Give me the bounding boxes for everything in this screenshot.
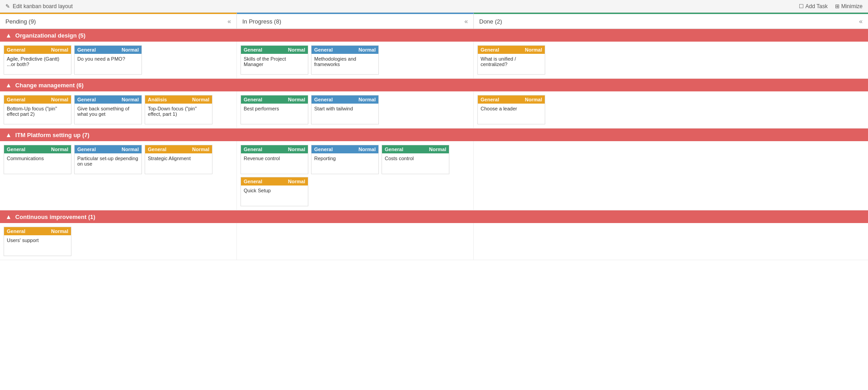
minimize-icon: ⊞	[835, 3, 840, 10]
card-header: GeneralNormal	[4, 95, 71, 104]
card-priority: Normal	[359, 147, 376, 152]
done-column-header: Done (2) «	[474, 13, 868, 29]
card-priority: Normal	[359, 97, 376, 102]
card-header: GeneralNormal	[241, 46, 308, 54]
done-area: GeneralNormalChoose a leader	[474, 91, 868, 128]
task-card[interactable]: GeneralNormalMethodologies and framework…	[311, 45, 379, 75]
card-priority: Normal	[359, 47, 376, 52]
card-priority: Normal	[192, 147, 209, 152]
task-card[interactable]: GeneralNormalCosts control	[382, 145, 449, 174]
task-card[interactable]: GeneralNormalReporting	[311, 145, 379, 174]
card-header: GeneralNormal	[241, 177, 308, 185]
task-card[interactable]: GeneralNormalCommunications	[4, 145, 71, 174]
card-header: GeneralNormal	[478, 95, 545, 104]
card-body: What is unified / centralized?	[478, 54, 545, 74]
card-priority: Normal	[525, 47, 542, 52]
section-collapse-arrow[interactable]: ▲	[5, 81, 12, 89]
card-category: General	[77, 47, 96, 52]
inprogress-area: GeneralNormalRevenue controlGeneralNorma…	[237, 141, 474, 210]
pending-collapse-btn[interactable]: «	[227, 18, 231, 25]
task-card[interactable]: GeneralNormalStart with tailwind	[311, 95, 379, 124]
card-header: GeneralNormal	[4, 227, 71, 235]
task-card[interactable]: GeneralNormalChoose a leader	[477, 95, 545, 124]
card-priority: Normal	[122, 97, 139, 102]
done-area	[474, 223, 868, 260]
card-header: GeneralNormal	[75, 95, 142, 104]
card-category: General	[314, 47, 333, 52]
task-card[interactable]: GeneralNormalStrategic Alignment	[145, 145, 212, 174]
section-collapse-arrow[interactable]: ▲	[5, 213, 12, 220]
top-bar: ✎ Edit kanban board layout ☐ Add Task ⊞ …	[0, 0, 868, 13]
card-body: Reporting	[311, 153, 378, 174]
task-card[interactable]: GeneralNormalWhat is unified / centraliz…	[477, 45, 545, 75]
done-collapse-btn[interactable]: «	[859, 18, 863, 25]
card-body: Particular set-up depending on use	[75, 153, 142, 174]
card-header: GeneralNormal	[241, 145, 308, 153]
pending-area: GeneralNormalAgile, Predictive (Gantt) .…	[0, 42, 237, 78]
card-header: GeneralNormal	[145, 145, 212, 153]
task-card[interactable]: GeneralNormalBest performers	[241, 95, 308, 124]
card-priority: Normal	[51, 228, 68, 234]
card-category: General	[7, 47, 25, 52]
card-priority: Normal	[122, 47, 139, 52]
card-priority: Normal	[288, 97, 305, 102]
board: ▲Organizational design (5)GeneralNormalA…	[0, 29, 868, 260]
inprogress-collapse-btn[interactable]: «	[464, 18, 468, 25]
card-body: Bottom-Up focus ("pin" effect part 2)	[4, 104, 71, 124]
section-title: Organizational design (5)	[15, 32, 85, 39]
task-card[interactable]: GeneralNormalGive back something of what…	[74, 95, 142, 124]
section-header: ▲Change management (6)	[0, 79, 868, 91]
task-card[interactable]: GeneralNormalBottom-Up focus ("pin" effe…	[4, 95, 71, 124]
card-category: General	[244, 147, 262, 152]
inprogress-area: GeneralNormalSkills of the Project Manag…	[237, 42, 474, 78]
section-3: ▲Continuous improvement (1)GeneralNormal…	[0, 210, 868, 260]
card-category: General	[385, 147, 403, 152]
card-header: GeneralNormal	[75, 145, 142, 153]
card-body: Do you need a PMO?	[75, 54, 142, 74]
section-collapse-arrow[interactable]: ▲	[5, 32, 12, 39]
task-card[interactable]: GeneralNormalQuick Setup	[241, 177, 308, 206]
pending-area: GeneralNormalUsers' support	[0, 223, 237, 260]
card-priority: Normal	[51, 97, 68, 102]
section-body: GeneralNormalUsers' support	[0, 223, 868, 260]
card-body: Methodologies and frameworks	[311, 54, 378, 74]
add-task-btn[interactable]: ☐ Add Task	[799, 3, 828, 10]
section-title: Continuous improvement (1)	[15, 214, 95, 220]
task-card[interactable]: AnálisisNormalTop-Down focus ("pin" effe…	[145, 95, 212, 124]
pending-column-header: Pending (9) «	[0, 13, 237, 29]
card-priority: Normal	[429, 147, 446, 152]
top-bar-actions: ☐ Add Task ⊞ Minimize	[799, 3, 863, 10]
section-body: GeneralNormalCommunicationsGeneralNormal…	[0, 141, 868, 210]
task-card[interactable]: GeneralNormalUsers' support	[4, 227, 71, 256]
add-task-icon: ☐	[799, 3, 804, 10]
card-priority: Normal	[525, 97, 542, 102]
card-category: General	[314, 97, 333, 102]
card-category: General	[7, 97, 25, 102]
edit-layout-btn[interactable]: ✎ Edit kanban board layout	[5, 3, 73, 10]
card-category: General	[77, 97, 96, 102]
card-category: General	[244, 47, 262, 52]
card-body: Top-Down focus ("pin" effect, part 1)	[145, 104, 212, 124]
pending-area: GeneralNormalCommunicationsGeneralNormal…	[0, 141, 237, 210]
card-header: GeneralNormal	[478, 46, 545, 54]
task-card[interactable]: GeneralNormalSkills of the Project Manag…	[241, 45, 308, 75]
card-body: Best performers	[241, 104, 308, 124]
done-title: Done (2)	[479, 18, 502, 25]
section-2: ▲ITM Platform setting up (7)GeneralNorma…	[0, 128, 868, 210]
minimize-btn[interactable]: ⊞ Minimize	[835, 3, 863, 10]
card-priority: Normal	[122, 147, 139, 152]
task-card[interactable]: GeneralNormalDo you need a PMO?	[74, 45, 142, 75]
task-card[interactable]: GeneralNormalAgile, Predictive (Gantt) .…	[4, 45, 71, 75]
card-body: Agile, Predictive (Gantt) ...or both?	[4, 54, 71, 74]
card-category: General	[314, 147, 333, 152]
section-collapse-arrow[interactable]: ▲	[5, 131, 12, 138]
task-card[interactable]: GeneralNormalRevenue control	[241, 145, 308, 174]
card-priority: Normal	[192, 97, 209, 102]
card-header: GeneralNormal	[311, 145, 378, 153]
inprogress-area	[237, 223, 474, 260]
card-body: Costs control	[382, 153, 449, 174]
task-card[interactable]: GeneralNormalParticular set-up depending…	[74, 145, 142, 174]
card-header: GeneralNormal	[241, 95, 308, 104]
done-area	[474, 141, 868, 210]
card-header: GeneralNormal	[75, 46, 142, 54]
